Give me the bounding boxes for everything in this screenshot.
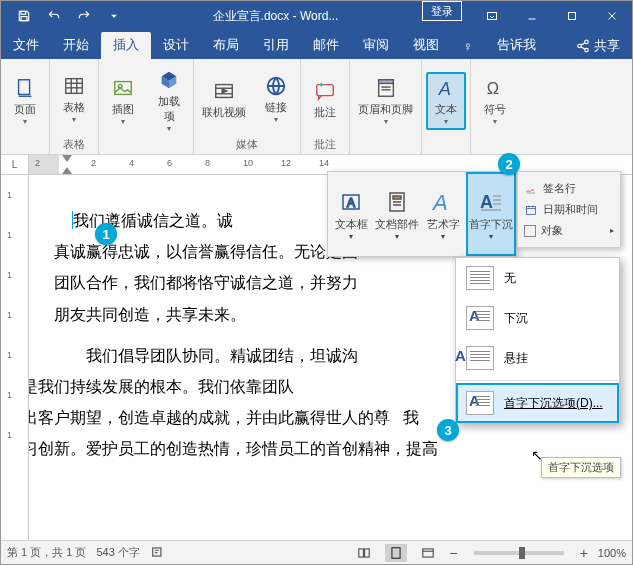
headerfooter-button[interactable]: 页眉和页脚 ▾ bbox=[354, 74, 417, 128]
share-label: 共享 bbox=[594, 37, 620, 55]
spellcheck-icon[interactable] bbox=[150, 545, 166, 561]
title-bar: 企业宣言.docx - Word... 登录 bbox=[1, 1, 632, 31]
tab-view[interactable]: 视图 bbox=[401, 32, 451, 59]
svg-point-9 bbox=[585, 48, 589, 52]
undo-icon[interactable] bbox=[39, 1, 69, 31]
addins-button[interactable]: 加载 项 ▾ bbox=[149, 66, 189, 135]
weblayout-icon[interactable] bbox=[417, 544, 439, 562]
tooltip: 首字下沉选项 bbox=[541, 457, 621, 478]
vertical-ruler[interactable]: 1 1 1 1 1 1 1 bbox=[1, 175, 29, 545]
group-comments-label: 批注 bbox=[314, 135, 336, 152]
comment-button[interactable]: 批注 bbox=[305, 77, 345, 122]
wordart-label: 艺术字 bbox=[427, 217, 460, 232]
tab-home[interactable]: 开始 bbox=[51, 32, 101, 59]
first-line-indent-icon[interactable] bbox=[62, 167, 72, 174]
headerfooter-icon bbox=[372, 76, 400, 100]
group-media: 联机视频 链接 ▾ 媒体 bbox=[194, 59, 301, 154]
tab-tellme[interactable]: 告诉我 bbox=[485, 32, 548, 59]
tab-layout[interactable]: 布局 bbox=[201, 32, 251, 59]
zoom-out-icon[interactable]: − bbox=[449, 545, 457, 561]
symbols-button[interactable]: Ω 符号 ▾ bbox=[475, 74, 515, 128]
table-button[interactable]: 表格 ▾ bbox=[54, 72, 94, 126]
zoom-level[interactable]: 100% bbox=[598, 547, 626, 559]
dropcap-inmargin[interactable]: A 悬挂 bbox=[456, 338, 619, 378]
datetime-label: 日期和时间 bbox=[543, 202, 598, 217]
tab-file[interactable]: 文件 bbox=[1, 32, 51, 59]
signature-line-button[interactable]: 签名行 bbox=[524, 178, 614, 199]
zoom-thumb[interactable] bbox=[519, 547, 525, 559]
maximize-icon[interactable] bbox=[552, 1, 592, 31]
page-indicator[interactable]: 第 1 页，共 1 页 bbox=[7, 545, 86, 560]
zoom-in-icon[interactable]: + bbox=[580, 545, 588, 561]
callout-2: 2 bbox=[498, 153, 520, 175]
svg-rect-13 bbox=[66, 79, 83, 94]
svg-text:A: A bbox=[480, 192, 493, 212]
qat-dropdown-icon[interactable] bbox=[99, 1, 129, 31]
svg-rect-36 bbox=[392, 547, 400, 558]
tab-references[interactable]: 引用 bbox=[251, 32, 301, 59]
text-icon: A bbox=[432, 76, 460, 100]
tab-design[interactable]: 设计 bbox=[151, 32, 201, 59]
chevron-down-icon: ▾ bbox=[395, 232, 399, 241]
tab-review[interactable]: 审阅 bbox=[351, 32, 401, 59]
minimize-icon[interactable] bbox=[512, 1, 552, 31]
online-video-label: 联机视频 bbox=[202, 105, 246, 120]
wordart-button[interactable]: A 艺术字 ▾ bbox=[420, 172, 466, 256]
dropcap-menu: 无 A 下沉 A 悬挂 A 首字下沉选项(D)... bbox=[455, 257, 620, 424]
save-icon[interactable] bbox=[9, 1, 39, 31]
readmode-icon[interactable] bbox=[353, 544, 375, 562]
dropcap-button[interactable]: A 首字下沉 ▾ bbox=[466, 172, 516, 256]
zoom-slider[interactable] bbox=[474, 551, 564, 555]
share-icon bbox=[576, 39, 590, 53]
omega-icon: Ω bbox=[481, 76, 509, 100]
dropcap-dropped-label: 下沉 bbox=[504, 310, 528, 327]
chevron-down-icon: ▾ bbox=[384, 117, 388, 126]
group-page: 页面 ▾ bbox=[1, 59, 50, 154]
window-title: 企业宣言.docx - Word... bbox=[129, 8, 422, 25]
headerfooter-label: 页眉和页脚 bbox=[358, 102, 413, 117]
textbox-button[interactable]: A 文本框 ▾ bbox=[328, 172, 374, 256]
tab-selector[interactable]: L bbox=[1, 155, 29, 174]
printlayout-icon[interactable] bbox=[385, 544, 407, 562]
pages-button[interactable]: 页面 ▾ bbox=[5, 74, 45, 128]
redo-icon[interactable] bbox=[69, 1, 99, 31]
app-name: - Word... bbox=[289, 9, 338, 23]
comment-icon bbox=[311, 79, 339, 103]
chevron-down-icon: ▾ bbox=[274, 115, 278, 124]
svg-rect-4 bbox=[569, 13, 576, 20]
login-button[interactable]: 登录 bbox=[422, 1, 462, 21]
group-illustrations: 插图 ▾ 加载 项 ▾ bbox=[99, 59, 194, 154]
ribbon-options-icon[interactable] bbox=[472, 1, 512, 31]
tab-help[interactable]: ♀ bbox=[451, 35, 485, 59]
video-icon bbox=[210, 79, 238, 103]
word-count[interactable]: 543 个字 bbox=[96, 545, 139, 560]
callout-1: 1 bbox=[95, 223, 117, 245]
datetime-button[interactable]: 日期和时间 bbox=[524, 199, 614, 220]
quickparts-label: 文档部件 bbox=[375, 217, 419, 232]
svg-rect-34 bbox=[359, 548, 364, 556]
online-video-button[interactable]: 联机视频 bbox=[198, 77, 250, 122]
textbox-label: 文本框 bbox=[335, 217, 368, 232]
tab-insert[interactable]: 插入 bbox=[101, 32, 151, 59]
text-more-popup: 签名行 日期和时间 对象 ▸ bbox=[517, 171, 621, 248]
link-button[interactable]: 链接 ▾ bbox=[256, 72, 296, 126]
addin-icon bbox=[155, 68, 183, 92]
text-button[interactable]: A 文本 ▾ bbox=[426, 72, 466, 130]
window-controls: 登录 bbox=[422, 1, 632, 31]
dropcap-none[interactable]: 无 bbox=[456, 258, 619, 298]
dropcap-none-label: 无 bbox=[504, 270, 516, 287]
illustrations-button[interactable]: 插图 ▾ bbox=[103, 74, 143, 128]
symbols-label: 符号 bbox=[484, 102, 506, 117]
dropcap-dropped-icon: A bbox=[466, 306, 494, 330]
hanging-indent-icon[interactable] bbox=[62, 155, 72, 162]
close-icon[interactable] bbox=[592, 1, 632, 31]
object-button[interactable]: 对象 ▸ bbox=[524, 220, 614, 241]
dropcap-options[interactable]: A 首字下沉选项(D)... bbox=[456, 383, 619, 423]
share-button[interactable]: 共享 bbox=[564, 33, 632, 59]
tab-mailings[interactable]: 邮件 bbox=[301, 32, 351, 59]
quickparts-button[interactable]: 文档部件 ▾ bbox=[374, 172, 420, 256]
svg-line-10 bbox=[581, 43, 585, 45]
document-name: 企业宣言.docx bbox=[213, 9, 290, 23]
pages-label: 页面 bbox=[14, 102, 36, 117]
dropcap-dropped[interactable]: A 下沉 bbox=[456, 298, 619, 338]
